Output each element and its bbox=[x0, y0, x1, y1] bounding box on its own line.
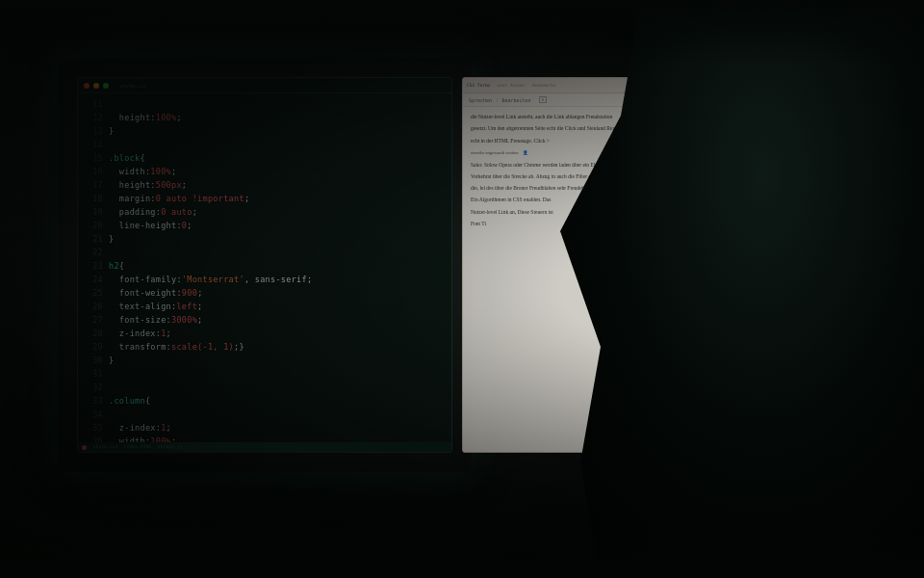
code-token: left bbox=[176, 300, 197, 313]
browser-tab[interactable]: Bookmarks bbox=[532, 83, 555, 88]
code-token: z-index: bbox=[109, 421, 161, 434]
code-token: ; bbox=[197, 300, 202, 313]
line-number: 22 bbox=[86, 246, 103, 259]
code-token: z-index: bbox=[109, 327, 161, 340]
code-line: 31 bbox=[86, 367, 444, 381]
code-token: h2 bbox=[109, 259, 119, 273]
code-token: ; bbox=[167, 421, 171, 434]
code-token: 'Montserrat' bbox=[182, 273, 244, 286]
code-line: 24 font-family: 'Montserrat', sans-serif… bbox=[86, 273, 444, 286]
code-line: 32 bbox=[86, 381, 444, 394]
code-token: ; bbox=[192, 205, 197, 219]
scene: style.css 11 12 height: 100%; 13 } 14 15… bbox=[0, 0, 924, 578]
code-line: 11 bbox=[86, 97, 444, 111]
maximize-dot bbox=[103, 83, 109, 89]
code-token bbox=[109, 111, 119, 124]
line-number: 23 bbox=[86, 259, 103, 273]
code-token: 900 bbox=[182, 286, 197, 300]
line-number: 21 bbox=[86, 232, 103, 246]
line-number: 28 bbox=[86, 327, 103, 340]
line-number: 27 bbox=[86, 313, 103, 327]
line-number: 34 bbox=[86, 407, 103, 421]
line-number: 31 bbox=[86, 367, 103, 381]
toolbar-toggle[interactable]: 0 bbox=[539, 96, 547, 103]
code-line: 22 bbox=[86, 246, 444, 259]
code-token: .block bbox=[109, 151, 141, 165]
code-token: } bbox=[109, 124, 114, 138]
code-token: ; bbox=[167, 327, 171, 340]
code-token: { bbox=[145, 394, 150, 407]
code-line: 30 } bbox=[86, 354, 444, 367]
code-token: 100% bbox=[150, 165, 171, 178]
code-line: 28 z-index: 1; bbox=[86, 327, 444, 340]
line-number: 25 bbox=[86, 286, 103, 300]
code-token: ; bbox=[176, 111, 181, 124]
code-token: line-height: bbox=[109, 219, 182, 232]
code-token: text-align: bbox=[109, 300, 176, 313]
line-number: 26 bbox=[86, 300, 103, 313]
code-line: 23 h2 { bbox=[86, 259, 444, 273]
code-token: , sans-serif; bbox=[244, 273, 312, 286]
code-line: 25 font-weight: 900; bbox=[86, 286, 444, 300]
code-content: 11 12 height: 100%; 13 } 14 15 .block { … bbox=[78, 93, 451, 453]
code-token: 100% bbox=[156, 111, 177, 124]
browser-tab[interactable]: CSS Terms bbox=[467, 83, 490, 88]
line-number: 19 bbox=[86, 205, 103, 219]
code-editor-screen: style.css 11 12 height: 100%; 13 } 14 15… bbox=[77, 77, 452, 453]
line-number: 18 bbox=[86, 192, 103, 205]
code-token: ; bbox=[171, 165, 176, 178]
code-token: 500px bbox=[156, 178, 182, 192]
editor-statusbar: ● style.css index.html script.js bbox=[78, 442, 451, 452]
code-token: font-weight: bbox=[109, 286, 182, 300]
code-line: 15 .block { bbox=[86, 151, 444, 165]
code-token: ; bbox=[197, 286, 202, 300]
line-number: 16 bbox=[86, 165, 103, 178]
taskbar-item[interactable]: style.css bbox=[92, 443, 117, 450]
code-token: ; bbox=[187, 219, 192, 232]
code-line: 26 text-align: left; bbox=[86, 300, 444, 313]
editor-tab-label[interactable]: style.css bbox=[120, 83, 146, 89]
toolbar-button[interactable]: Sprechen bbox=[467, 97, 494, 103]
code-token: height: bbox=[119, 111, 156, 124]
line-number: 35 bbox=[86, 421, 103, 434]
code-token: ; bbox=[244, 192, 249, 205]
code-token: scale(-1, 1) bbox=[171, 340, 234, 354]
line-number: 14 bbox=[86, 138, 103, 151]
code-token: margin: bbox=[109, 192, 156, 205]
taskbar-item[interactable]: script.js bbox=[158, 443, 183, 450]
taskbar-item: ● bbox=[82, 440, 87, 453]
code-line: 13 } bbox=[86, 124, 444, 138]
code-token: padding: bbox=[109, 205, 161, 219]
editor-tabbar: style.css bbox=[78, 78, 451, 93]
line-number: 11 bbox=[86, 97, 103, 111]
line-number: 15 bbox=[86, 151, 103, 165]
code-line: 34 bbox=[86, 407, 444, 421]
code-token: width: bbox=[109, 165, 150, 178]
line-number: 20 bbox=[86, 219, 103, 232]
code-line: 20 line-height: 0; bbox=[86, 219, 444, 232]
code-line: 35 z-index: 1; bbox=[86, 421, 444, 434]
taskbar-item[interactable]: index.html bbox=[124, 443, 152, 450]
line-number: 12 bbox=[86, 111, 103, 124]
code-token: font-family: bbox=[109, 273, 182, 286]
code-token: transform: bbox=[109, 340, 171, 354]
toolbar-button[interactable]: Bearbeiten bbox=[500, 97, 533, 103]
code-token: font-size: bbox=[109, 313, 171, 327]
code-token: 3000% bbox=[171, 313, 197, 327]
code-line: 33 .column { bbox=[86, 394, 444, 407]
toolbar-divider: | bbox=[496, 97, 498, 102]
code-line: 17 height: 500px; bbox=[86, 178, 444, 192]
code-token: 0 auto !important bbox=[156, 192, 244, 205]
close-dot bbox=[84, 83, 90, 89]
minimize-dot bbox=[93, 83, 99, 89]
code-line: 19 padding: 0 auto; bbox=[86, 205, 444, 219]
line-number: 30 bbox=[86, 354, 103, 367]
code-token: .column bbox=[109, 394, 145, 407]
code-token: { bbox=[119, 259, 124, 273]
code-token: ; bbox=[197, 313, 202, 327]
code-line: 16 width: 100%; bbox=[86, 165, 444, 178]
code-token: height: bbox=[109, 178, 156, 192]
line-number: 32 bbox=[86, 381, 103, 394]
browser-tab[interactable]: Last Answer bbox=[497, 83, 526, 88]
code-line: 27 font-size: 3000%; bbox=[86, 313, 444, 327]
